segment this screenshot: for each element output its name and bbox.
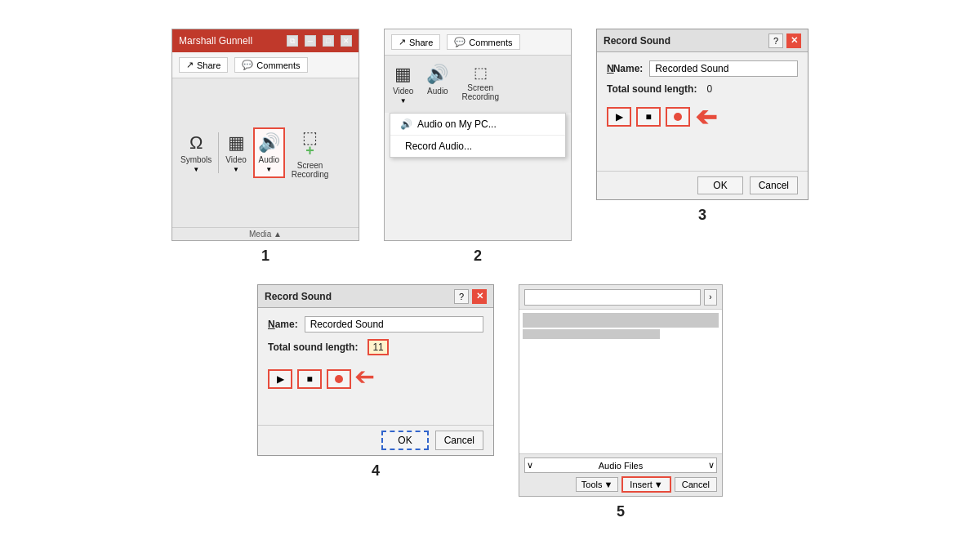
step3-controls: ▶ ■ ➔ — [607, 101, 798, 132]
step5-path-bar[interactable] — [524, 289, 701, 306]
step5-cancel-button[interactable]: Cancel — [675, 477, 717, 492]
step4-name-input[interactable] — [305, 316, 483, 333]
step3-length-row: Total sound length: 0 — [607, 83, 798, 95]
maximize-icon[interactable]: □ — [323, 35, 334, 47]
step4-help-button[interactable]: ? — [454, 289, 469, 304]
step4-dialog-content: Name: Total sound length: 11 ▶ ■ — [258, 308, 493, 425]
step-5: › ∨ Audio Files ∨ — [519, 284, 723, 520]
step3-titlebar: Record Sound ? ✕ — [597, 29, 808, 52]
restore-icon[interactable]: ⧉ — [287, 35, 298, 47]
step-4: Record Sound ? ✕ Name: Total sound len — [257, 284, 494, 480]
step3-footer: OK Cancel — [597, 171, 808, 199]
step5-nav: › — [519, 285, 722, 310]
bottom-row: Record Sound ? ✕ Name: Total sound len — [16, 284, 964, 520]
audio-on-pc-item[interactable]: 🔊 Audio on My PC... — [390, 114, 565, 136]
step4-arrow: ➔ — [354, 362, 375, 391]
step4-footer: OK Cancel — [258, 425, 493, 455]
step2-share-button[interactable]: ↗ Share — [391, 34, 440, 50]
step2-video-icon: ▦ — [394, 64, 412, 85]
step4-close-button[interactable]: ✕ — [472, 289, 487, 304]
step4-record-dot — [335, 375, 343, 383]
step5-file-type-row: ∨ Audio Files ∨ — [524, 458, 717, 473]
step5-file-type-dropdown[interactable]: ∨ Audio Files ∨ — [524, 458, 717, 473]
step5-footer: Tools ▼ Insert ▼ Cancel — [524, 476, 717, 493]
step4-number: 4 — [372, 462, 380, 480]
step1-number: 1 — [261, 248, 270, 265]
step5-dropdown-arrow-right: ∨ — [708, 460, 715, 471]
step2-number: 2 — [474, 248, 482, 265]
step2-video-arrow: ▼ — [400, 97, 407, 105]
step4-length-row: Total sound length: 11 — [268, 339, 483, 355]
comments-icon: 💬 — [242, 60, 253, 70]
step3-dialog-title: Record Sound — [604, 35, 670, 47]
step4-record-button[interactable] — [327, 369, 351, 389]
step4-ok-button[interactable]: OK — [381, 431, 428, 450]
minimize-icon[interactable]: ─ — [305, 35, 316, 47]
step3-cancel-button[interactable]: Cancel — [750, 176, 798, 194]
step3-dialog-content: NName: Total sound length: 0 ▶ ■ — [597, 52, 808, 171]
comments-button[interactable]: 💬 Comments — [234, 57, 307, 73]
step4-cancel-button[interactable]: Cancel — [435, 431, 483, 450]
step2-screen-recording-button[interactable]: ⬚ ScreenRecording — [458, 60, 502, 105]
step1-footer: Media ▲ — [172, 227, 359, 240]
tutorial-container: Marshall Gunnell ⧉ ─ □ ✕ ↗ Share � — [0, 12, 980, 537]
step2-dropdown-box: ↗ Share 💬 Comments ▦ Video ▼ — [384, 29, 572, 241]
step1-title: Marshall Gunnell — [179, 35, 252, 47]
step4-length-value: 11 — [368, 339, 388, 355]
step3-play-button[interactable]: ▶ — [607, 107, 631, 127]
step3-record-button[interactable] — [666, 107, 690, 127]
step3-name-label: NName: — [607, 63, 643, 74]
step5-dropdown-arrow-left: ∨ — [527, 460, 533, 471]
plus-icon: + — [305, 142, 314, 159]
share-button[interactable]: ↗ Share — [179, 57, 228, 73]
screen-recording-button[interactable]: ⬚ + ScreenRecording — [288, 124, 332, 182]
step4-dialog: Record Sound ? ✕ Name: Total sound len — [257, 284, 494, 456]
divider1 — [218, 132, 219, 173]
audio-arrow: ▼ — [265, 166, 272, 173]
step2-comments-icon: 💬 — [454, 37, 466, 47]
record-audio-item[interactable]: Record Audio... — [390, 136, 565, 157]
step3-length-label: Total sound length: — [607, 83, 697, 95]
audio-button[interactable]: 🔊 Audio ▼ — [253, 127, 285, 178]
step4-stop-button[interactable]: ■ — [297, 369, 322, 389]
step4-length-label: Total sound length: — [268, 341, 358, 353]
step2-audio-icon: 🔊 — [426, 64, 448, 85]
step3-title-controls: ? ✕ — [768, 33, 801, 48]
step5-nav-button[interactable]: › — [704, 289, 717, 306]
omega-icon: Ω — [189, 132, 203, 154]
share-icon: ↗ — [186, 60, 194, 70]
step3-arrow: ➔ — [695, 101, 717, 132]
step3-help-button[interactable]: ? — [768, 33, 783, 48]
step-2: ↗ Share 💬 Comments ▦ Video ▼ — [384, 29, 572, 265]
top-row: Marshall Gunnell ⧉ ─ □ ✕ ↗ Share � — [16, 29, 964, 265]
step4-name-row: Name: — [268, 316, 483, 333]
step1-ribbon-box: Marshall Gunnell ⧉ ─ □ ✕ ↗ Share � — [172, 29, 359, 241]
symbols-arrow: ▼ — [193, 166, 199, 173]
step4-play-button[interactable]: ▶ — [268, 369, 292, 389]
step2-audio-button[interactable]: 🔊 Audio — [423, 60, 452, 99]
step3-dialog: Record Sound ? ✕ NName: — [596, 29, 808, 200]
audio-pc-icon: 🔊 — [400, 118, 412, 130]
video-button[interactable]: ▦ Video ▼ — [222, 129, 249, 176]
step2-screen-icon: ⬚ — [474, 64, 488, 82]
step3-record-dot — [674, 113, 682, 121]
insert-arrow: ▼ — [654, 480, 663, 489]
step1-titlebar: Marshall Gunnell ⧉ ─ □ ✕ — [172, 29, 359, 52]
step3-close-button[interactable]: ✕ — [786, 33, 801, 48]
step2-comments-button[interactable]: 💬 Comments — [447, 34, 519, 50]
step5-insert-button[interactable]: Insert ▼ — [621, 476, 670, 493]
step3-ok-button[interactable]: OK — [697, 176, 742, 194]
step5-tools-button[interactable]: Tools ▼ — [576, 477, 619, 492]
step4-controls: ▶ ■ — [268, 369, 351, 389]
step5-file-type-label: Audio Files — [599, 461, 643, 471]
tools-arrow: ▼ — [604, 480, 612, 489]
step3-arrow-container: ➔ — [695, 101, 717, 132]
video-icon: ▦ — [228, 132, 245, 154]
close-icon[interactable]: ✕ — [341, 35, 352, 47]
step2-video-button[interactable]: ▦ Video ▼ — [390, 60, 416, 108]
footer-arrow: ▲ — [274, 230, 282, 239]
step3-name-input[interactable] — [649, 60, 798, 77]
symbols-button[interactable]: Ω Symbols ▼ — [177, 129, 215, 176]
step3-stop-button[interactable]: ■ — [636, 107, 661, 127]
step2-ribbon-content: ▦ Video ▼ 🔊 Audio ⬚ ScreenRecording — [385, 56, 571, 113]
